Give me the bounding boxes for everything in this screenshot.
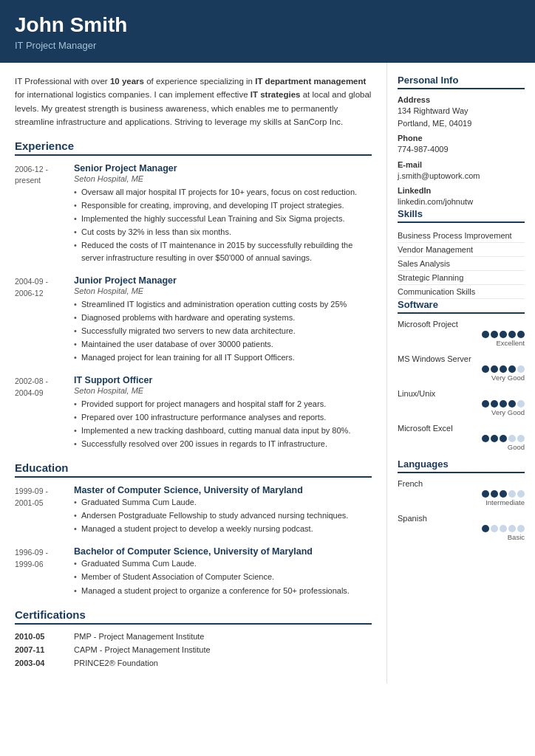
dot-filled [500, 365, 507, 373]
address-value: 134 Rightward WayPortland, ME, 04019 [398, 105, 525, 129]
dot-filled [508, 365, 516, 373]
cert-year-2: 2007-11 [15, 645, 74, 654]
skills-title: Skills [398, 208, 525, 223]
lang-item-2: Spanish Basic [398, 514, 525, 541]
phone-value: 774-987-4009 [398, 143, 525, 156]
candidate-name: John Smith [15, 13, 520, 37]
dot-filled [491, 365, 498, 373]
dot-empty [517, 400, 525, 408]
bullet: Diagnosed problems with hardware and ope… [74, 312, 372, 324]
bullet: Maintained the user database of over 300… [74, 338, 372, 351]
dots-row-2 [398, 365, 525, 373]
dot-empty [517, 490, 525, 498]
entry-date-1: 2006-12 -present [15, 163, 74, 265]
dot-filled [482, 365, 489, 373]
bullet: Graduated Summa Cum Laude. [74, 557, 372, 570]
dot-filled [500, 490, 507, 498]
bullet: Implemented the highly successful Lean T… [74, 213, 372, 225]
experience-entry-2: 2004-09 -2006-12 Junior Project Manager … [15, 275, 372, 365]
right-column: Personal Info Address 134 Rightward WayP… [387, 63, 535, 684]
entry-bullets-2: Streamlined IT logistics and administrat… [74, 298, 372, 364]
education-entry-1: 1999-09 -2001-05 Master of Computer Scie… [15, 485, 372, 536]
bullet: Successfully resolved over 200 issues in… [74, 438, 372, 450]
entry-bullets-1: Oversaw all major hospital IT projects f… [74, 186, 372, 264]
email-value: j.smith@uptowork.com [398, 170, 525, 182]
dot-empty [508, 490, 516, 498]
dot-empty [517, 365, 525, 373]
lang-name-1: French [398, 479, 525, 488]
software-name-2: MS Windows Server [398, 354, 525, 363]
cert-year-3: 2003-04 [15, 659, 74, 667]
lang-label-1: Intermediate [398, 498, 525, 506]
bullet: Reduced the costs of IT maintenance in 2… [74, 239, 372, 264]
dot-filled [508, 400, 516, 408]
software-title: Software [398, 299, 525, 314]
dot-filled [517, 331, 525, 338]
lang-dots-row-1 [398, 490, 525, 498]
languages-section: Languages French Intermediate Spanish [398, 458, 525, 541]
cert-entry-3: 2003-04 PRINCE2® Foundation [15, 659, 372, 667]
edu-date-2: 1996-09 -1999-06 [15, 546, 74, 597]
left-column: IT Professional with over 10 years of ex… [0, 63, 387, 684]
entry-title-3: IT Support Officer [74, 375, 372, 385]
edu-date-1: 1999-09 -2001-05 [15, 485, 74, 536]
bullet: Provided support for project managers an… [74, 398, 372, 410]
lang-name-2: Spanish [398, 514, 525, 523]
dots-row-4 [398, 435, 525, 442]
edu-content-1: Master of Computer Science, University o… [74, 485, 372, 536]
dot-filled [508, 331, 516, 338]
dot-label-4: Good [398, 443, 525, 451]
dot-empty [508, 525, 516, 532]
dot-label-3: Very Good [398, 408, 525, 416]
entry-company-3: Seton Hospital, ME [74, 386, 372, 395]
bullet: Member of Student Association of Compute… [74, 571, 372, 583]
candidate-title: IT Project Manager [15, 40, 520, 51]
entry-content-2: Junior Project Manager Seton Hospital, M… [74, 275, 372, 365]
certifications-title: Certifications [15, 608, 372, 625]
header: John Smith IT Project Manager [0, 0, 535, 63]
bullet: Graduated Summa Cum Laude. [74, 496, 372, 509]
main-container: IT Professional with over 10 years of ex… [0, 63, 535, 684]
edu-bullets-1: Graduated Summa Cum Laude. Andersen Post… [74, 496, 372, 535]
skill-item-4: Strategic Planning [398, 271, 525, 285]
education-entry-2: 1996-09 -1999-06 Bachelor of Computer Sc… [15, 546, 372, 597]
software-name-3: Linux/Unix [398, 389, 525, 398]
bullet: Successfully migrated two servers to new… [74, 325, 372, 337]
dots-row-3 [398, 400, 525, 408]
entry-date-2: 2004-09 -2006-12 [15, 275, 74, 365]
software-item-1: Microsoft Project Excellent [398, 320, 525, 347]
languages-title: Languages [398, 458, 525, 473]
dot-filled [482, 331, 489, 338]
cert-entry-1: 2010-05 PMP - Project Management Institu… [15, 632, 372, 641]
bullet: Andersen Postgraduate Fellowship to stud… [74, 509, 372, 522]
dot-empty [517, 435, 525, 442]
linkedin-label: LinkedIn [398, 186, 525, 195]
dot-filled [482, 435, 489, 442]
bullet: Managed a student project to organize a … [74, 585, 372, 597]
personal-info-title: Personal Info [398, 75, 525, 89]
lang-dots-row-2 [398, 525, 525, 532]
skills-section: Skills Business Process Improvement Vend… [398, 208, 525, 299]
entry-content-3: IT Support Officer Seton Hospital, ME Pr… [74, 375, 372, 451]
edu-bullets-2: Graduated Summa Cum Laude. Member of Stu… [74, 557, 372, 597]
skill-item-3: Sales Analysis [398, 257, 525, 271]
bullet: Oversaw all major hospital IT projects f… [74, 186, 372, 199]
entry-content-1: Senior Project Manager Seton Hospital, M… [74, 163, 372, 265]
entry-bullets-3: Provided support for project managers an… [74, 398, 372, 450]
phone-label: Phone [398, 134, 525, 142]
lang-label-2: Basic [398, 533, 525, 541]
skill-item-2: Vendor Management [398, 243, 525, 257]
software-item-4: Microsoft Excel Good [398, 424, 525, 451]
personal-info-section: Personal Info Address 134 Rightward WayP… [398, 75, 525, 208]
education-title: Education [15, 461, 372, 478]
dot-filled [500, 435, 507, 442]
dot-filled [491, 400, 498, 408]
dot-empty [491, 525, 498, 532]
experience-entry-3: 2002-08 -2004-09 IT Support Officer Seto… [15, 375, 372, 451]
software-item-2: MS Windows Server Very Good [398, 354, 525, 382]
dot-filled [500, 400, 507, 408]
software-name-4: Microsoft Excel [398, 424, 525, 433]
dot-filled [500, 331, 507, 338]
address-label: Address [398, 95, 525, 104]
entry-date-3: 2002-08 -2004-09 [15, 375, 74, 451]
